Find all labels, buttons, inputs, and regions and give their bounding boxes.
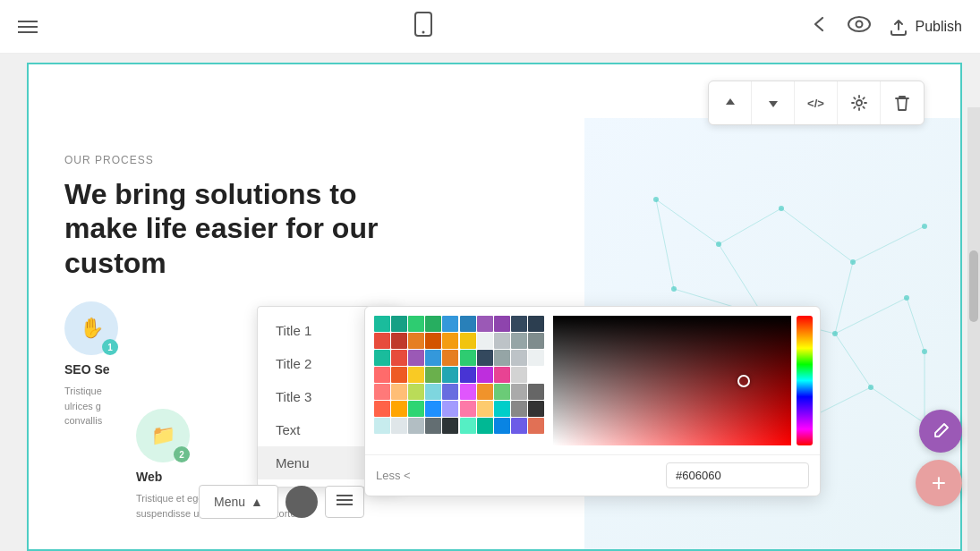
color-swatch[interactable] <box>477 367 493 383</box>
color-swatch[interactable] <box>477 401 493 417</box>
publish-label: Publish <box>916 19 962 35</box>
svg-point-4 <box>856 100 862 106</box>
color-swatch[interactable] <box>374 367 390 383</box>
color-swatch[interactable] <box>374 401 390 417</box>
color-swatch[interactable] <box>425 367 441 383</box>
color-swatch[interactable] <box>528 316 544 332</box>
color-swatch[interactable] <box>391 401 407 417</box>
color-swatch[interactable] <box>511 350 527 366</box>
color-swatch[interactable] <box>374 350 390 366</box>
color-swatch[interactable] <box>460 333 476 349</box>
color-swatch[interactable] <box>442 367 458 383</box>
color-swatch[interactable] <box>408 350 424 366</box>
move-up-button[interactable] <box>709 81 752 124</box>
color-swatch[interactable] <box>528 367 544 383</box>
color-swatch[interactable] <box>425 401 441 417</box>
color-swatch[interactable] <box>460 401 476 417</box>
color-swatch[interactable] <box>391 316 407 332</box>
color-swatch[interactable] <box>528 333 544 349</box>
color-swatch[interactable] <box>442 384 458 400</box>
color-swatch[interactable] <box>494 401 510 417</box>
delete-button[interactable] <box>881 81 924 124</box>
color-swatch[interactable] <box>408 418 424 434</box>
color-swatch[interactable] <box>425 350 441 366</box>
less-button[interactable]: Less < <box>376 469 411 482</box>
svg-point-26 <box>922 224 927 229</box>
color-swatch[interactable] <box>374 316 390 332</box>
color-swatch[interactable] <box>494 333 510 349</box>
color-swatch[interactable] <box>477 316 493 332</box>
color-swatch[interactable] <box>477 418 493 434</box>
color-swatch[interactable] <box>442 350 458 366</box>
color-swatch[interactable] <box>511 384 527 400</box>
menu-dropdown-button[interactable]: Menu ▲ <box>199 485 278 519</box>
color-swatch[interactable] <box>408 401 424 417</box>
svg-point-23 <box>716 242 721 247</box>
publish-button[interactable]: Publish <box>889 18 962 36</box>
color-swatch[interactable] <box>374 384 390 400</box>
color-swatch[interactable] <box>477 333 493 349</box>
hamburger-icon[interactable] <box>18 21 38 33</box>
color-swatch[interactable] <box>391 350 407 366</box>
eye-icon[interactable] <box>848 16 871 37</box>
color-swatch[interactable] <box>528 418 544 434</box>
color-swatch[interactable] <box>391 384 407 400</box>
editor-frame: </> OUR PROCESS We bring solutions to ma… <box>27 63 962 551</box>
color-swatch[interactable] <box>425 418 441 434</box>
color-swatch[interactable] <box>442 316 458 332</box>
back-icon[interactable] <box>810 14 830 38</box>
color-swatch[interactable] <box>408 333 424 349</box>
scrollbar-thumb[interactable] <box>969 250 978 322</box>
color-swatch[interactable] <box>408 367 424 383</box>
color-swatch[interactable] <box>442 333 458 349</box>
code-button[interactable]: </> <box>795 81 838 124</box>
color-swatch[interactable] <box>391 418 407 434</box>
scrollbar[interactable] <box>967 107 980 551</box>
gradient-spectrum[interactable] <box>553 316 791 445</box>
fab-add-button[interactable]: + <box>916 460 962 506</box>
color-swatch[interactable] <box>408 384 424 400</box>
color-swatch[interactable] <box>460 350 476 366</box>
color-swatch[interactable] <box>511 333 527 349</box>
color-swatch[interactable] <box>494 316 510 332</box>
color-swatch[interactable] <box>442 401 458 417</box>
hex-input[interactable] <box>666 462 809 488</box>
gradient-wrapper[interactable] <box>553 316 813 445</box>
color-swatch[interactable] <box>511 418 527 434</box>
color-swatch[interactable] <box>460 418 476 434</box>
color-swatch[interactable] <box>442 418 458 434</box>
color-swatch[interactable] <box>494 418 510 434</box>
phone-icon <box>413 12 434 42</box>
color-swatch[interactable] <box>494 367 510 383</box>
color-swatch[interactable] <box>425 333 441 349</box>
color-swatch[interactable] <box>477 350 493 366</box>
color-swatch[interactable] <box>391 333 407 349</box>
svg-point-2 <box>848 17 870 31</box>
align-button[interactable] <box>325 486 364 518</box>
fab-edit-button[interactable] <box>919 410 962 453</box>
color-swatch[interactable] <box>511 367 527 383</box>
color-swatch[interactable] <box>528 350 544 366</box>
color-swatch[interactable] <box>425 316 441 332</box>
color-swatch[interactable] <box>511 401 527 417</box>
svg-line-9 <box>719 244 763 316</box>
color-swatch[interactable] <box>494 350 510 366</box>
color-swatch[interactable] <box>425 384 441 400</box>
color-swatch[interactable] <box>460 384 476 400</box>
color-swatch-button[interactable] <box>285 486 318 518</box>
color-swatch[interactable] <box>511 316 527 332</box>
color-swatch[interactable] <box>528 384 544 400</box>
color-swatch[interactable] <box>408 316 424 332</box>
color-swatch[interactable] <box>460 316 476 332</box>
toolbar-left <box>18 21 38 33</box>
color-swatch[interactable] <box>374 418 390 434</box>
color-swatch[interactable] <box>391 367 407 383</box>
color-swatch[interactable] <box>528 401 544 417</box>
color-swatch[interactable] <box>460 367 476 383</box>
settings-button[interactable] <box>838 81 881 124</box>
color-swatch[interactable] <box>374 333 390 349</box>
color-swatch[interactable] <box>494 384 510 400</box>
move-down-button[interactable] <box>752 81 795 124</box>
color-swatch[interactable] <box>477 384 493 400</box>
hue-bar[interactable] <box>797 316 813 445</box>
